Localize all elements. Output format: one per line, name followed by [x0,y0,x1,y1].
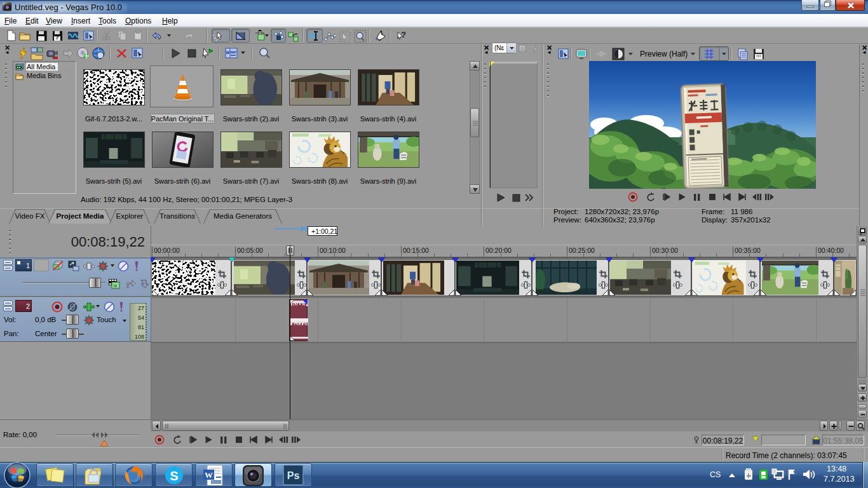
svg-text:S: S [170,469,178,483]
svg-text:?: ? [401,30,406,39]
svg-text:α: α [114,283,117,288]
svg-text:A: A [520,46,524,52]
svg-text:W: W [205,470,213,480]
svg-text:?: ? [55,34,59,41]
svg-text:Ps: Ps [287,470,300,481]
